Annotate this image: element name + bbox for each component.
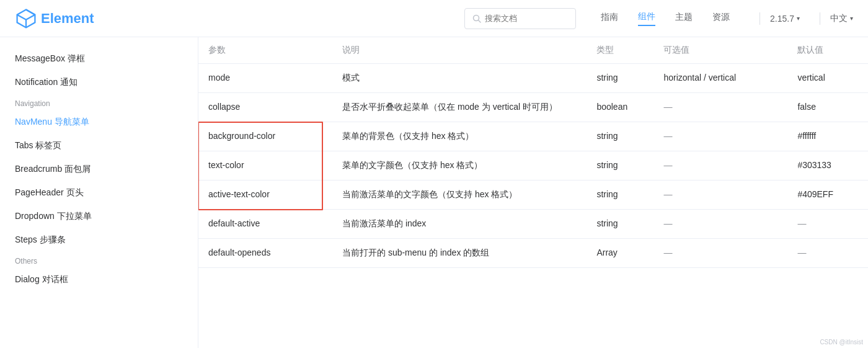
cell-options: —	[653, 181, 787, 210]
col-header-type: 类型	[587, 37, 653, 64]
cell-param: text-color	[198, 151, 332, 181]
lang-selector[interactable]: 中文 ▾	[830, 13, 853, 24]
version-text: 2.15.7	[770, 14, 794, 24]
header-divider	[760, 12, 760, 25]
chevron-down-icon-2: ▾	[850, 15, 853, 22]
sidebar-item-navmenu[interactable]: NavMenu 导航菜单	[0, 110, 198, 134]
watermark: CSDN @itInsist	[820, 339, 863, 346]
col-header-desc: 说明	[332, 37, 587, 64]
cell-default: #409EFF	[787, 181, 868, 210]
nav-item-components[interactable]: 组件	[638, 11, 655, 26]
nav-item-theme[interactable]: 主题	[675, 12, 693, 25]
nav-item-guide[interactable]: 指南	[601, 12, 618, 25]
sidebar: MessageBox 弹框 Notification 通知 Navigation…	[0, 37, 198, 348]
cell-param: default-openeds	[198, 239, 332, 268]
cell-param: collapse	[198, 93, 332, 122]
table-row: mode 模式 string horizontal / vertical ver…	[198, 64, 868, 93]
sidebar-item-tabs[interactable]: Tabs 标签页	[0, 134, 198, 158]
cell-type: string	[587, 122, 653, 151]
layout: MessageBox 弹框 Notification 通知 Navigation…	[0, 37, 868, 348]
lang-text: 中文	[830, 13, 848, 24]
col-header-param: 参数	[198, 37, 332, 64]
nav-item-resources[interactable]: 资源	[712, 12, 730, 25]
sidebar-section-navigation: Navigation	[0, 94, 198, 110]
cell-default: #303133	[787, 151, 868, 181]
table-row: active-text-color 当前激活菜单的文字颜色（仅支持 hex 格式…	[198, 181, 868, 210]
cell-desc: 当前激活菜单的文字颜色（仅支持 hex 格式）	[332, 181, 587, 210]
cell-type: Array	[587, 239, 653, 268]
cell-options: —	[653, 239, 787, 268]
sidebar-item-dialog[interactable]: Dialog 对话框	[0, 268, 198, 292]
cell-options: horizontal / vertical	[653, 64, 787, 93]
cell-desc: 当前打开的 sub-menu 的 index 的数组	[332, 239, 587, 268]
header: Element 指南 组件 主题 资源 2.15.7 ▾ 中文 ▾	[0, 0, 868, 37]
table-row: default-active 当前激活菜单的 index string — —	[198, 210, 868, 239]
col-header-default: 默认值	[787, 37, 868, 64]
table-wrapper: 参数 说明 类型 可选值 默认值 mode 模式 string horizont…	[198, 37, 868, 268]
params-table: 参数 说明 类型 可选值 默认值 mode 模式 string horizont…	[198, 37, 868, 268]
logo-text: Element	[41, 11, 94, 27]
cell-type: boolean	[587, 93, 653, 122]
table-header-row: 参数 说明 类型 可选值 默认值	[198, 37, 868, 64]
cell-desc: 是否水平折叠收起菜单（仅在 mode 为 vertical 时可用）	[332, 93, 587, 122]
cell-default: false	[787, 93, 868, 122]
cell-options: —	[653, 122, 787, 151]
table-row: text-color 菜单的文字颜色（仅支持 hex 格式） string — …	[198, 151, 868, 181]
cell-default: —	[787, 239, 868, 268]
version-selector[interactable]: 2.15.7 ▾	[770, 14, 800, 24]
cell-default: —	[787, 210, 868, 239]
cell-param: active-text-color	[198, 181, 332, 210]
sidebar-item-dropdown[interactable]: Dropdown 下拉菜单	[0, 205, 198, 228]
table-row: collapse 是否水平折叠收起菜单（仅在 mode 为 vertical 时…	[198, 93, 868, 122]
cell-default: #ffffff	[787, 122, 868, 151]
cell-options: —	[653, 210, 787, 239]
cell-default: vertical	[787, 64, 868, 93]
sidebar-item-steps[interactable]: Steps 步骤条	[0, 228, 198, 252]
search-box[interactable]	[464, 8, 576, 29]
cell-type: string	[587, 151, 653, 181]
chevron-down-icon: ▾	[797, 15, 800, 22]
table-row: background-color 菜单的背景色（仅支持 hex 格式） stri…	[198, 122, 868, 151]
sidebar-section-others: Others	[0, 252, 198, 268]
table-row: default-openeds 当前打开的 sub-menu 的 index 的…	[198, 239, 868, 268]
cell-desc: 菜单的背景色（仅支持 hex 格式）	[332, 122, 587, 151]
cell-type: string	[587, 64, 653, 93]
cell-type: string	[587, 210, 653, 239]
cell-param: mode	[198, 64, 332, 93]
sidebar-item-pageheader[interactable]: PageHeader 页头	[0, 181, 198, 205]
cell-desc: 当前激活菜单的 index	[332, 210, 587, 239]
col-header-options: 可选值	[653, 37, 787, 64]
header-divider-2	[820, 12, 820, 25]
sidebar-item-messagebox[interactable]: MessageBox 弹框	[0, 47, 198, 71]
sidebar-item-breadcrumb[interactable]: Breadcrumb 面包屑	[0, 158, 198, 181]
main-content: 参数 说明 类型 可选值 默认值 mode 模式 string horizont…	[198, 37, 868, 348]
cell-options: —	[653, 151, 787, 181]
cell-param: default-active	[198, 210, 332, 239]
search-icon	[472, 14, 481, 23]
cell-param: background-color	[198, 122, 332, 151]
cell-desc: 模式	[332, 64, 587, 93]
cell-desc: 菜单的文字颜色（仅支持 hex 格式）	[332, 151, 587, 181]
svg-line-1	[479, 20, 481, 22]
cell-options: —	[653, 93, 787, 122]
logo[interactable]: Element	[15, 7, 94, 30]
cell-type: string	[587, 181, 653, 210]
header-nav: 指南 组件 主题 资源	[601, 11, 730, 26]
search-input[interactable]	[485, 14, 568, 23]
sidebar-item-notification[interactable]: Notification 通知	[0, 71, 198, 94]
